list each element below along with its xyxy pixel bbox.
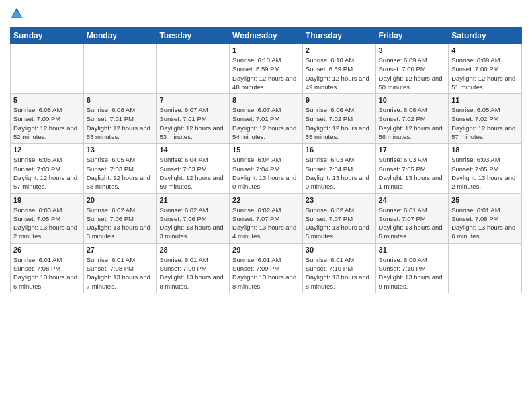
- day-number: 23: [306, 196, 373, 204]
- day-number: 16: [306, 146, 373, 154]
- day-number: 7: [159, 96, 226, 104]
- day-number: 9: [306, 96, 373, 104]
- calendar-cell: 3Sunrise: 6:09 AM Sunset: 7:00 PM Daylig…: [375, 44, 449, 94]
- calendar-table: Sunday Monday Tuesday Wednesday Thursday…: [10, 27, 522, 293]
- day-info: Sunrise: 6:01 AM Sunset: 7:10 PM Dayligh…: [306, 255, 373, 291]
- day-number: 26: [13, 246, 81, 254]
- calendar-cell: 30Sunrise: 6:01 AM Sunset: 7:10 PM Dayli…: [302, 243, 375, 293]
- day-info: Sunrise: 6:05 AM Sunset: 7:02 PM Dayligh…: [451, 105, 519, 141]
- calendar-cell: 23Sunrise: 6:02 AM Sunset: 7:07 PM Dayli…: [302, 193, 375, 243]
- day-number: 13: [87, 146, 154, 154]
- day-number: 12: [13, 146, 81, 154]
- day-number: 21: [159, 196, 226, 204]
- day-info: Sunrise: 6:01 AM Sunset: 7:08 PM Dayligh…: [13, 255, 81, 291]
- day-number: 27: [87, 246, 154, 254]
- day-number: 2: [306, 46, 373, 54]
- day-info: Sunrise: 6:08 AM Sunset: 7:00 PM Dayligh…: [13, 105, 81, 141]
- calendar-week-1: 1Sunrise: 6:10 AM Sunset: 6:59 PM Daylig…: [11, 44, 522, 94]
- calendar-cell: 14Sunrise: 6:04 AM Sunset: 7:03 PM Dayli…: [157, 144, 230, 193]
- day-number: 30: [306, 246, 373, 254]
- calendar-cell: 29Sunrise: 6:01 AM Sunset: 7:09 PM Dayli…: [230, 243, 303, 293]
- day-number: 24: [379, 196, 446, 204]
- calendar-cell: 24Sunrise: 6:01 AM Sunset: 7:07 PM Dayli…: [375, 193, 449, 243]
- calendar-cell: 21Sunrise: 6:02 AM Sunset: 7:06 PM Dayli…: [157, 193, 230, 243]
- calendar-cell: [449, 243, 522, 293]
- logo-icon: [10, 7, 24, 20]
- calendar-cell: 8Sunrise: 6:07 AM Sunset: 7:01 PM Daylig…: [230, 94, 303, 144]
- calendar-cell: 20Sunrise: 6:02 AM Sunset: 7:06 PM Dayli…: [83, 193, 157, 243]
- header-wednesday: Wednesday: [230, 28, 303, 44]
- day-number: 11: [451, 96, 519, 104]
- day-number: 4: [451, 46, 519, 54]
- svg-marker-1: [12, 10, 21, 17]
- day-info: Sunrise: 6:06 AM Sunset: 7:02 PM Dayligh…: [306, 105, 373, 141]
- calendar-cell: 15Sunrise: 6:04 AM Sunset: 7:04 PM Dayli…: [230, 144, 303, 193]
- day-info: Sunrise: 6:03 AM Sunset: 7:05 PM Dayligh…: [13, 205, 81, 241]
- calendar-cell: 16Sunrise: 6:03 AM Sunset: 7:04 PM Dayli…: [302, 144, 375, 193]
- day-info: Sunrise: 6:02 AM Sunset: 7:06 PM Dayligh…: [159, 205, 226, 241]
- calendar-cell: 4Sunrise: 6:09 AM Sunset: 7:00 PM Daylig…: [449, 44, 522, 94]
- header-friday: Friday: [375, 28, 449, 44]
- calendar-cell: 19Sunrise: 6:03 AM Sunset: 7:05 PM Dayli…: [11, 193, 84, 243]
- day-info: Sunrise: 6:09 AM Sunset: 7:00 PM Dayligh…: [379, 56, 446, 91]
- calendar-cell: 10Sunrise: 6:06 AM Sunset: 7:02 PM Dayli…: [375, 94, 449, 144]
- day-number: 20: [87, 196, 154, 204]
- header-thursday: Thursday: [302, 28, 375, 44]
- day-number: 31: [379, 246, 446, 254]
- day-info: Sunrise: 6:01 AM Sunset: 7:07 PM Dayligh…: [379, 205, 446, 241]
- header-monday: Monday: [83, 28, 157, 44]
- day-info: Sunrise: 6:01 AM Sunset: 7:09 PM Dayligh…: [232, 255, 300, 291]
- calendar-week-4: 19Sunrise: 6:03 AM Sunset: 7:05 PM Dayli…: [11, 193, 522, 243]
- day-number: 3: [379, 46, 446, 54]
- day-info: Sunrise: 6:03 AM Sunset: 7:04 PM Dayligh…: [306, 155, 373, 191]
- day-info: Sunrise: 6:10 AM Sunset: 6:59 PM Dayligh…: [306, 56, 373, 91]
- day-info: Sunrise: 6:08 AM Sunset: 7:01 PM Dayligh…: [87, 105, 154, 141]
- day-info: Sunrise: 6:03 AM Sunset: 7:05 PM Dayligh…: [379, 155, 446, 191]
- day-info: Sunrise: 6:06 AM Sunset: 7:02 PM Dayligh…: [379, 105, 446, 141]
- calendar-cell: 22Sunrise: 6:02 AM Sunset: 7:07 PM Dayli…: [230, 193, 303, 243]
- calendar-cell: [157, 44, 230, 94]
- calendar-cell: 1Sunrise: 6:10 AM Sunset: 6:59 PM Daylig…: [230, 44, 303, 94]
- calendar-cell: 5Sunrise: 6:08 AM Sunset: 7:00 PM Daylig…: [11, 94, 84, 144]
- calendar-cell: 18Sunrise: 6:03 AM Sunset: 7:05 PM Dayli…: [449, 144, 522, 193]
- calendar-cell: 13Sunrise: 6:05 AM Sunset: 7:03 PM Dayli…: [83, 144, 157, 193]
- calendar-cell: 26Sunrise: 6:01 AM Sunset: 7:08 PM Dayli…: [11, 243, 84, 293]
- calendar-week-5: 26Sunrise: 6:01 AM Sunset: 7:08 PM Dayli…: [11, 243, 522, 293]
- day-info: Sunrise: 6:01 AM Sunset: 7:08 PM Dayligh…: [451, 205, 519, 241]
- day-number: 17: [379, 146, 446, 154]
- calendar-cell: 27Sunrise: 6:01 AM Sunset: 7:08 PM Dayli…: [83, 243, 157, 293]
- calendar-cell: 25Sunrise: 6:01 AM Sunset: 7:08 PM Dayli…: [449, 193, 522, 243]
- day-number: 6: [87, 96, 154, 104]
- day-info: Sunrise: 6:09 AM Sunset: 7:00 PM Dayligh…: [451, 56, 519, 91]
- calendar-cell: 6Sunrise: 6:08 AM Sunset: 7:01 PM Daylig…: [83, 94, 157, 144]
- day-info: Sunrise: 6:01 AM Sunset: 7:08 PM Dayligh…: [87, 255, 154, 291]
- calendar-cell: 9Sunrise: 6:06 AM Sunset: 7:02 PM Daylig…: [302, 94, 375, 144]
- header-sunday: Sunday: [11, 28, 84, 44]
- calendar-cell: 7Sunrise: 6:07 AM Sunset: 7:01 PM Daylig…: [157, 94, 230, 144]
- logo: [10, 7, 24, 21]
- day-info: Sunrise: 6:05 AM Sunset: 7:03 PM Dayligh…: [13, 155, 81, 191]
- day-number: 1: [232, 46, 300, 54]
- day-number: 22: [232, 196, 300, 204]
- day-number: 18: [451, 146, 519, 154]
- day-number: 28: [159, 246, 226, 254]
- day-info: Sunrise: 6:02 AM Sunset: 7:07 PM Dayligh…: [306, 205, 373, 241]
- day-number: 19: [13, 196, 81, 204]
- calendar-cell: 28Sunrise: 6:01 AM Sunset: 7:09 PM Dayli…: [157, 243, 230, 293]
- header-saturday: Saturday: [449, 28, 522, 44]
- calendar-cell: 12Sunrise: 6:05 AM Sunset: 7:03 PM Dayli…: [11, 144, 84, 193]
- day-info: Sunrise: 6:07 AM Sunset: 7:01 PM Dayligh…: [232, 105, 300, 141]
- calendar-cell: 11Sunrise: 6:05 AM Sunset: 7:02 PM Dayli…: [449, 94, 522, 144]
- day-info: Sunrise: 6:02 AM Sunset: 7:06 PM Dayligh…: [87, 205, 154, 241]
- calendar-week-2: 5Sunrise: 6:08 AM Sunset: 7:00 PM Daylig…: [11, 94, 522, 144]
- day-info: Sunrise: 6:05 AM Sunset: 7:03 PM Dayligh…: [87, 155, 154, 191]
- calendar-cell: 31Sunrise: 6:00 AM Sunset: 7:10 PM Dayli…: [375, 243, 449, 293]
- day-info: Sunrise: 6:02 AM Sunset: 7:07 PM Dayligh…: [232, 205, 300, 241]
- day-number: 8: [232, 96, 300, 104]
- day-info: Sunrise: 6:03 AM Sunset: 7:05 PM Dayligh…: [451, 155, 519, 191]
- calendar-week-3: 12Sunrise: 6:05 AM Sunset: 7:03 PM Dayli…: [11, 144, 522, 193]
- day-info: Sunrise: 6:10 AM Sunset: 6:59 PM Dayligh…: [232, 56, 300, 91]
- page: Sunday Monday Tuesday Wednesday Thursday…: [0, 0, 532, 411]
- day-info: Sunrise: 6:00 AM Sunset: 7:10 PM Dayligh…: [379, 255, 446, 291]
- weekday-header-row: Sunday Monday Tuesday Wednesday Thursday…: [11, 28, 522, 44]
